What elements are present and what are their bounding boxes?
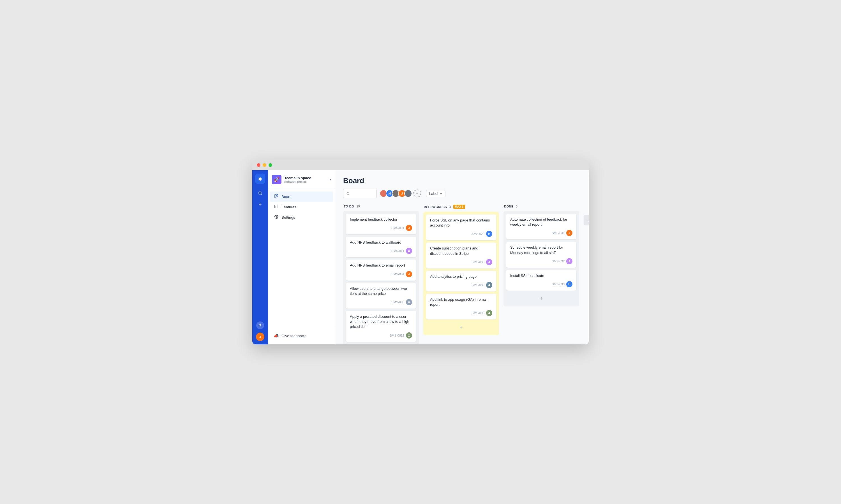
column-todo: TO DO 29 Implement feedback collector SM… xyxy=(343,205,419,344)
features-icon xyxy=(274,204,279,210)
column-inprogress-body: Force SSL on any page that contains acco… xyxy=(423,212,499,335)
label-filter-text: Label xyxy=(429,192,438,196)
card-sms004-avatar: J xyxy=(406,271,412,277)
add-column-button[interactable]: + xyxy=(584,215,589,226)
logo-icon: ◆ xyxy=(258,176,262,182)
nav-avatar[interactable]: J xyxy=(256,332,264,341)
max-badge: MAX 3 xyxy=(453,205,465,209)
close-dot[interactable] xyxy=(257,163,260,167)
avatar-5[interactable] xyxy=(404,190,412,197)
card-sms032-title: Schedule weekly email report for Monday … xyxy=(510,245,572,255)
card-sms011[interactable]: Add NPS feedback to wallboard SMS-011 xyxy=(346,237,416,257)
app-window: ◆ ? J xyxy=(252,160,589,344)
card-sms039-footer: SMS-039 xyxy=(430,282,492,288)
board-icon xyxy=(274,194,279,199)
card-sms004-footer: SMS-004 J xyxy=(350,271,412,277)
card-sms035a-footer: SMS-035 xyxy=(430,259,492,265)
column-done-title: DONE xyxy=(504,205,514,208)
card-sms011-title: Add NPS feedback to wallboard xyxy=(350,240,412,245)
add-column-icon: + xyxy=(587,216,589,224)
card-sms029[interactable]: Force SSL on any page that contains acco… xyxy=(426,215,496,240)
card-sms039[interactable]: Add analytics to pricing page SMS-039 xyxy=(426,271,496,291)
project-icon: 🚀 xyxy=(272,175,281,184)
card-sms001-avatar: J xyxy=(406,225,412,231)
card-sms004[interactable]: Add NPS feedback to email report SMS-004… xyxy=(346,259,416,280)
column-inprogress: IN PROGRESS 4 MAX 3 Force SSL on any pag… xyxy=(423,205,499,335)
card-sms008-avatar xyxy=(406,299,412,305)
sidebar-menu: Board Features xyxy=(268,189,335,327)
page-title: Board xyxy=(343,176,581,185)
add-card-done-button[interactable]: + xyxy=(537,294,545,302)
svg-line-11 xyxy=(349,194,349,195)
project-chevron[interactable]: ▾ xyxy=(329,178,331,181)
column-todo-header: TO DO 29 xyxy=(343,205,419,211)
card-sms035b[interactable]: Add link to app usage (GA) in email repo… xyxy=(426,294,496,320)
column-done-count: 3 xyxy=(516,205,517,208)
card-sms033[interactable]: Install SSL certificate SMS-033 H xyxy=(506,270,577,291)
svg-rect-5 xyxy=(276,195,277,196)
card-sms032-footer: SMS-032 xyxy=(510,258,572,264)
search-box[interactable] xyxy=(343,189,377,198)
nav-search-button[interactable] xyxy=(255,188,265,198)
minimize-dot[interactable] xyxy=(263,163,266,167)
add-card-inprogress-button[interactable]: + xyxy=(457,323,465,331)
nav-rail: ◆ ? J xyxy=(252,170,268,344)
svg-point-13 xyxy=(409,301,410,302)
card-sms0012[interactable]: Apply a prorated discount to a user when… xyxy=(346,311,416,342)
card-sms029-id: SMS-029 xyxy=(471,232,484,235)
card-sms001-title: Implement feedback collector xyxy=(350,217,412,222)
card-sms008[interactable]: Allow users to change between two tiers … xyxy=(346,283,416,309)
svg-line-1 xyxy=(261,194,262,195)
nav-help-button[interactable]: ? xyxy=(256,321,264,329)
card-sms031-id: SMS-031 xyxy=(552,231,565,235)
settings-icon xyxy=(274,215,279,220)
sidebar-item-features[interactable]: Features xyxy=(270,202,333,212)
card-sms011-footer: SMS-011 xyxy=(350,248,412,254)
sidebar-features-label: Features xyxy=(281,205,296,209)
card-sms004-title: Add NPS feedback to email report xyxy=(350,263,412,268)
card-sms031-footer: SMS-031 J xyxy=(510,230,572,236)
card-sms031-avatar: J xyxy=(566,230,572,236)
sidebar-item-give-feedback[interactable]: 📣 Give feedback xyxy=(270,331,333,341)
column-done: DONE 3 Automate collection of feedback f… xyxy=(503,205,579,306)
card-sms004-id: SMS-004 xyxy=(391,272,404,276)
svg-rect-4 xyxy=(274,195,276,198)
card-sms033-avatar: H xyxy=(566,281,572,287)
label-filter[interactable]: Label xyxy=(426,190,445,197)
card-sms035a-avatar xyxy=(486,259,492,265)
header-toolbar: H J + Label xyxy=(343,189,581,198)
main-header: Board H J + xyxy=(335,170,589,202)
avatar-add-button[interactable]: + xyxy=(413,190,421,197)
card-sms035b-avatar xyxy=(486,310,492,316)
card-grace-period[interactable]: Extend the grace period to accounts xyxy=(346,344,416,345)
card-sms035a[interactable]: Create subscription plans and discount c… xyxy=(426,242,496,268)
avatar-group: H J + xyxy=(380,190,421,197)
card-sms035b-footer: SMS-035 xyxy=(430,310,492,316)
sidebar-project[interactable]: 🚀 Teams in space Software project ▾ xyxy=(268,170,335,189)
card-sms032[interactable]: Schedule weekly email report for Monday … xyxy=(506,241,577,267)
card-sms008-id: SMS-008 xyxy=(391,301,404,304)
svg-point-10 xyxy=(347,192,349,195)
help-icon: ? xyxy=(259,323,261,328)
sidebar-bottom: 📣 Give feedback xyxy=(268,327,335,344)
svg-point-18 xyxy=(569,260,570,261)
card-sms001[interactable]: Implement feedback collector SMS-001 J xyxy=(346,214,416,234)
card-sms031[interactable]: Automate collection of feedback for week… xyxy=(506,214,577,239)
card-sms029-avatar: H xyxy=(486,231,492,237)
sidebar-item-board[interactable]: Board xyxy=(270,192,333,202)
sidebar-settings-label: Settings xyxy=(281,215,295,219)
search-icon xyxy=(346,192,350,195)
maximize-dot[interactable] xyxy=(269,163,272,167)
sidebar: 🚀 Teams in space Software project ▾ Bo xyxy=(268,170,335,344)
column-todo-title: TO DO xyxy=(344,205,354,208)
sidebar-item-settings[interactable]: Settings xyxy=(270,212,333,222)
svg-point-16 xyxy=(488,284,490,285)
nav-avatar-initials: J xyxy=(259,336,261,339)
card-sms029-title: Force SSL on any page that contains acco… xyxy=(430,218,492,228)
nav-add-button[interactable] xyxy=(255,199,265,210)
svg-point-14 xyxy=(409,334,410,336)
column-inprogress-title: IN PROGRESS xyxy=(424,205,447,209)
nav-logo[interactable]: ◆ xyxy=(255,174,265,184)
chevron-down-icon xyxy=(439,192,442,195)
column-done-header: DONE 3 xyxy=(503,205,579,211)
